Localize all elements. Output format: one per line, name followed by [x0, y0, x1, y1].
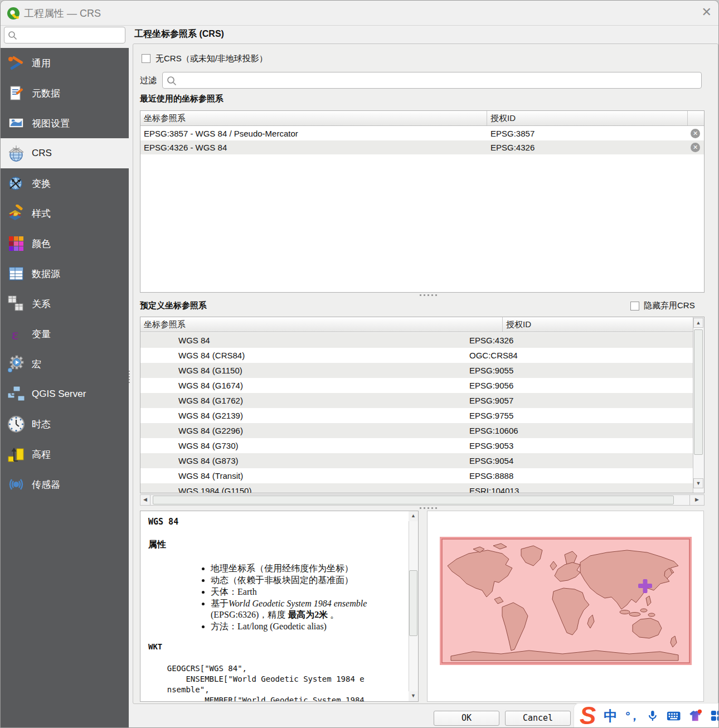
crs-auth: EPSG:9057 [465, 396, 513, 405]
no-crs-label: 无CRS（或未知/非地球投影） [156, 54, 268, 64]
sidebar-item-view-settings[interactable]: 视图设置 [1, 108, 129, 138]
sidebar-item-style[interactable]: 样式 [1, 198, 129, 229]
sidebar-item-variables[interactable]: ε 变量 [1, 319, 129, 349]
column-header-crs[interactable]: 坐标参照系 [140, 111, 487, 125]
table-row[interactable]: WGS 84 (G1762)EPSG:9057 [140, 393, 704, 408]
metadata-icon [6, 83, 26, 103]
filter-row: 过滤 [140, 72, 702, 89]
sidebar-item-label: 数据源 [32, 268, 60, 280]
server-computers-icon [6, 384, 26, 404]
settings-sidebar: 通用 元数据 视图设置 [1, 48, 129, 728]
column-header-crs[interactable]: 坐标参照系 [140, 317, 503, 332]
horizontal-scrollbar[interactable]: ◀ ▶ [140, 494, 705, 506]
sidebar-item-label: 变换 [32, 177, 51, 190]
column-header-auth-id[interactable]: 授权ID [487, 111, 688, 125]
table-row[interactable]: WGS 84 (G2296)EPSG:10606 [140, 423, 704, 438]
relations-icon [6, 294, 26, 314]
crs-detail-name: WGS 84 [148, 517, 402, 527]
crs-name: WGS 84 (G730) [140, 441, 465, 450]
recent-crs-auth: EPSG:3857 [487, 129, 535, 138]
section-splitter-handle[interactable] [410, 293, 446, 297]
window-title: 工程属性 — CRS [24, 7, 101, 20]
sidebar-item-general[interactable]: 通用 [1, 48, 129, 78]
table-row[interactable]: EPSG:3857 - WGS 84 / Pseudo-Mercator EPS… [140, 127, 704, 140]
color-palette-icon [6, 234, 26, 254]
sidebar-item-colors[interactable]: 颜色 [1, 229, 129, 259]
crs-auth: EPSG:8888 [465, 471, 513, 481]
remove-crs-icon[interactable]: ✕ [691, 129, 700, 138]
sogou-logo-icon[interactable]: S [580, 705, 596, 727]
recent-crs-auth: EPSG:4326 [487, 143, 535, 152]
scrollbar-thumb[interactable] [694, 329, 703, 455]
ok-button[interactable]: OK [434, 711, 499, 726]
section-splitter-handle[interactable] [410, 506, 446, 509]
scroll-right-button[interactable]: ▶ [689, 495, 704, 505]
sidebar-item-temporal[interactable]: 时态 [1, 409, 129, 439]
column-header-auth-id[interactable]: 授权ID [503, 317, 704, 332]
crs-properties-heading: 属性 [148, 539, 402, 551]
table-row[interactable]: WGS 84 (G2139)EPSG:9755 [140, 408, 704, 423]
crs-name: WGS 84 [140, 336, 465, 345]
filter-input[interactable] [162, 72, 702, 89]
table-row[interactable]: WGS 84 (G1150)EPSG:9055 [140, 363, 704, 378]
crs-auth: ESRI:104013 [465, 486, 519, 493]
scrollbar-thumb[interactable] [153, 496, 674, 504]
ime-punctuation-toggle[interactable]: °， [625, 708, 638, 724]
table-row[interactable]: WGS 84 (G1674)EPSG:9056 [140, 378, 704, 393]
table-row[interactable]: EPSG:4326 - WGS 84 EPSG:4326 ✕ [140, 140, 704, 154]
project-properties-dialog: 工程属性 — CRS ✕ 通用 [0, 0, 719, 728]
table-row[interactable]: WGS 1984 (G1150)ESRI:104013 [140, 483, 704, 493]
crs-name: WGS 84 (G873) [140, 456, 465, 465]
microphone-icon[interactable] [647, 709, 659, 722]
hide-deprecated-checkbox[interactable] [630, 302, 639, 310]
ime-grid-menu-icon[interactable] [710, 709, 719, 722]
table-row[interactable]: WGS 84 (G730)EPSG:9053 [140, 438, 704, 453]
skin-shirt-icon[interactable] [688, 708, 702, 724]
sidebar-item-elevation[interactable]: 高程 [1, 439, 129, 469]
sidebar-item-label: 颜色 [32, 237, 51, 250]
settings-search-input[interactable] [4, 27, 125, 43]
keyboard-icon[interactable] [667, 709, 681, 722]
scrollbar-thumb[interactable] [409, 570, 417, 636]
recent-crs-title: 最近使用的坐标参照系 [140, 94, 224, 104]
search-icon [8, 31, 17, 40]
predefined-crs-title: 预定义坐标参照系 [140, 300, 207, 311]
recent-crs-table: 坐标参照系 授权ID EPSG:3857 - WGS 84 / Pseudo-M… [140, 110, 705, 293]
sidebar-item-relations[interactable]: 关系 [1, 289, 129, 319]
sidebar-item-label: 传感器 [32, 478, 60, 491]
scroll-down-button[interactable]: ▼ [693, 478, 703, 488]
crs-name: WGS 84 (CRS84) [140, 351, 465, 360]
search-icon [167, 76, 177, 86]
cancel-button[interactable]: Cancel [505, 711, 571, 726]
gear-play-icon [6, 354, 26, 374]
table-row[interactable]: WGS 84EPSG:4326 [140, 333, 704, 348]
predefined-crs-table: 坐标参照系 授权ID WGS 84EPSG:4326 WGS 84 (CRS84… [140, 317, 705, 493]
table-row[interactable]: WGS 84 (CRS84)OGC:CRS84 [140, 348, 704, 363]
close-icon[interactable]: ✕ [702, 5, 712, 20]
scroll-down-button[interactable]: ▼ [409, 691, 418, 701]
elevation-icon [6, 444, 26, 464]
sidebar-item-data-sources[interactable]: 数据源 [1, 259, 129, 289]
sidebar-item-transform[interactable]: 变换 [1, 168, 129, 198]
scroll-up-button[interactable]: ▲ [693, 318, 703, 328]
property-item: 方法：Lat/long (Geodetic alias) [211, 621, 402, 632]
ime-language-toggle[interactable]: 中 [604, 707, 618, 725]
table-row[interactable]: WGS 84 (Transit)EPSG:8888 [140, 468, 704, 483]
table-row[interactable]: WGS 84 (G873)EPSG:9054 [140, 453, 704, 468]
remove-crs-icon[interactable]: ✕ [691, 143, 700, 152]
crs-extent-map [440, 537, 692, 665]
crs-globe-icon [6, 143, 26, 163]
sidebar-item-sensors[interactable]: 传感器 [1, 469, 129, 499]
sidebar-item-qgis-server[interactable]: QGIS Server [1, 379, 129, 409]
sidebar-item-label: QGIS Server [32, 389, 86, 400]
sidebar-item-metadata[interactable]: 元数据 [1, 78, 129, 108]
hide-deprecated-row: 隐藏弃用CRS [630, 300, 695, 311]
sidebar-item-crs[interactable]: CRS [1, 138, 129, 168]
no-crs-checkbox[interactable] [142, 54, 150, 63]
scroll-left-button[interactable]: ◀ [140, 495, 150, 505]
table-icon [6, 264, 26, 284]
sidebar-item-macros[interactable]: 宏 [1, 349, 129, 379]
sidebar-splitter-handle[interactable] [128, 371, 130, 385]
scroll-up-button[interactable]: ▲ [409, 511, 418, 521]
property-item: 动态（依赖于非板块固定的基准面） [211, 575, 402, 586]
